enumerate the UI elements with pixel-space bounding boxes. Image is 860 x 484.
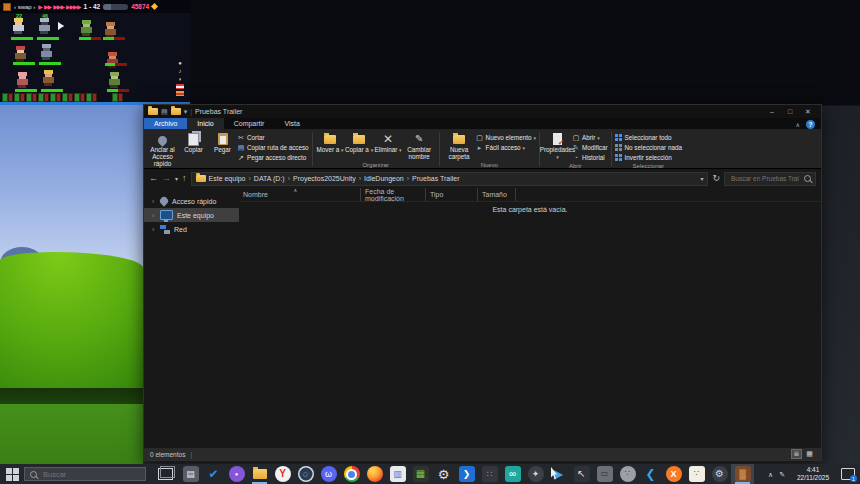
paint-app-button[interactable]: ▥ bbox=[386, 464, 409, 484]
sidebar-item-quick-access[interactable]: ›Acceso rápido bbox=[144, 194, 239, 208]
cut-button[interactable]: ✂Cortar bbox=[237, 133, 309, 142]
unit-slot-7[interactable] bbox=[86, 93, 97, 102]
pin-to-quick-access-button[interactable]: Anclar al Acceso rápido bbox=[146, 130, 179, 168]
plugin-app-button[interactable]: ✦ bbox=[524, 464, 547, 484]
close-button[interactable]: ✕ bbox=[799, 105, 817, 118]
sidebar-item-this-pc[interactable]: ›Este equipo bbox=[144, 208, 239, 222]
game-window-button[interactable]: ▓ bbox=[731, 464, 754, 484]
game-menu-icon[interactable] bbox=[3, 3, 11, 11]
copy-path-button[interactable]: ▤Copiar ruta de acceso bbox=[237, 143, 309, 152]
back-button[interactable]: ← bbox=[149, 174, 158, 183]
forward-button[interactable]: → bbox=[162, 174, 171, 183]
thumbnails-view-icon[interactable]: ▦ bbox=[804, 449, 815, 459]
delete-button[interactable]: ✕ Eliminar ▾ bbox=[374, 130, 403, 154]
maximize-button[interactable]: □ bbox=[781, 105, 799, 118]
move-to-button[interactable]: Mover a ▾ bbox=[316, 130, 345, 154]
new-folder-button[interactable]: Nueva carpeta bbox=[443, 130, 476, 161]
minimize-button[interactable]: – bbox=[763, 105, 781, 118]
tab-vista[interactable]: Vista bbox=[274, 118, 309, 129]
speed-3x-button[interactable]: ▶▶▶ bbox=[53, 3, 64, 10]
breadcrumb-item[interactable]: DATA (D:) bbox=[254, 175, 285, 182]
address-field[interactable]: Este equipo›DATA (D:)›Proyectos2025Unity… bbox=[191, 172, 709, 186]
paste-button[interactable]: Pegar bbox=[208, 130, 237, 154]
dev-app-button[interactable]: ❯ bbox=[455, 464, 478, 484]
speed-4x-button[interactable]: ▶▶▶▶ bbox=[66, 3, 80, 10]
column-header-2[interactable]: Tipo bbox=[426, 188, 478, 201]
column-header-3[interactable]: Tamaño bbox=[478, 188, 516, 201]
sell-tile[interactable] bbox=[118, 93, 123, 102]
tab-compartir[interactable]: Compartir bbox=[224, 118, 275, 129]
copy-to-button[interactable]: Copiar a ▾ bbox=[345, 130, 374, 154]
copy-button[interactable]: Copiar bbox=[179, 130, 208, 154]
unit-slot-0[interactable] bbox=[2, 93, 13, 102]
todo-check-button[interactable]: ✔ bbox=[202, 464, 225, 484]
yandex-browser-button[interactable]: Y bbox=[271, 464, 294, 484]
taskbar-search-box[interactable] bbox=[24, 467, 146, 481]
github-desktop-button[interactable]: ● bbox=[225, 464, 248, 484]
tab-archivo[interactable]: Archivo bbox=[144, 118, 187, 129]
tray-chevron-icon[interactable]: ∧ bbox=[768, 471, 773, 478]
speed-2x-button[interactable]: ▶▶ bbox=[44, 3, 51, 10]
sell-tile[interactable] bbox=[8, 93, 13, 102]
breadcrumb-item[interactable]: Este equipo bbox=[209, 175, 246, 182]
quick-access-dropdown-icon[interactable]: ▾ bbox=[184, 108, 188, 115]
address-dropdown-icon[interactable]: ▾ bbox=[700, 176, 703, 182]
new-item-button[interactable]: ▢Nuevo elemento▾ bbox=[476, 133, 536, 142]
easy-access-button[interactable]: ▸Fácil acceso▾ bbox=[476, 143, 536, 152]
chrome-button[interactable] bbox=[340, 464, 363, 484]
orb-icon[interactable]: ● bbox=[178, 60, 182, 66]
firefox-button[interactable] bbox=[363, 464, 386, 484]
details-view-icon[interactable]: ≣ bbox=[791, 449, 802, 459]
speed-1x-button[interactable]: ▶ bbox=[38, 3, 42, 10]
sidebar-item-network[interactable]: ›Red bbox=[144, 222, 239, 236]
sell-tile[interactable] bbox=[92, 93, 97, 102]
unit-slot-4[interactable] bbox=[50, 93, 61, 102]
history-button[interactable]: ◔Historial bbox=[572, 153, 608, 162]
teal-app-button[interactable]: ∞ bbox=[501, 464, 524, 484]
unit-slot-2[interactable] bbox=[26, 93, 37, 102]
swap-button[interactable]: ‹ swap › bbox=[14, 4, 35, 10]
sell-tile[interactable] bbox=[44, 93, 49, 102]
taskbar-search-input[interactable] bbox=[41, 469, 140, 480]
music-icon[interactable]: ♪ bbox=[179, 68, 182, 74]
refresh-icon[interactable]: ↻ bbox=[712, 174, 720, 183]
sell-tile[interactable] bbox=[56, 93, 61, 102]
sound-icon[interactable]: ◖ bbox=[178, 76, 182, 82]
xampp-button[interactable]: X bbox=[662, 464, 685, 484]
explorer-search-box[interactable] bbox=[724, 172, 816, 186]
notes-app-button[interactable]: ▤ bbox=[179, 464, 202, 484]
quick-access-toolbar-icon[interactable]: ▤ bbox=[161, 108, 168, 115]
unit-slot-1[interactable] bbox=[14, 93, 25, 102]
file-list-pane[interactable]: Nombre∧Fecha de modificaciónTipoTamaño E… bbox=[239, 188, 821, 448]
aseprite-button[interactable]: ∵ bbox=[685, 464, 708, 484]
unit-slot-8[interactable] bbox=[112, 93, 123, 102]
rename-button[interactable]: ✎ Cambiar nombre bbox=[403, 130, 436, 161]
player-app-button[interactable]: ▶ bbox=[547, 464, 570, 484]
sell-tile[interactable] bbox=[20, 93, 25, 102]
recent-locations-icon[interactable]: ▾ bbox=[175, 176, 178, 182]
sell-tile[interactable] bbox=[32, 93, 37, 102]
breadcrumb-item[interactable]: IdleDungeon bbox=[364, 175, 404, 182]
tab-inicio[interactable]: Inicio bbox=[187, 118, 223, 129]
breadcrumb-item[interactable]: Proyectos2025Unity bbox=[293, 175, 356, 182]
gimp-button[interactable]: ∵ bbox=[616, 464, 639, 484]
vscode-button[interactable]: ❮ bbox=[639, 464, 662, 484]
notification-center-icon[interactable]: 1 bbox=[841, 468, 855, 480]
open-button[interactable]: ▢Abrir▾ bbox=[572, 133, 608, 142]
discord-button[interactable]: ω bbox=[317, 464, 340, 484]
unit-slot-6[interactable] bbox=[74, 93, 85, 102]
start-button[interactable] bbox=[0, 464, 24, 484]
unit-slot-3[interactable] bbox=[38, 93, 49, 102]
paste-shortcut-button[interactable]: ↗Pegar acceso directo bbox=[237, 153, 309, 162]
collapse-ribbon-icon[interactable]: ∧ bbox=[796, 121, 800, 128]
pen-tool-icon[interactable]: ✎ bbox=[779, 471, 785, 478]
calculator-app-button[interactable]: ▦ bbox=[409, 464, 432, 484]
invert-selection-button[interactable]: Invertir selección bbox=[615, 153, 682, 162]
gear-app-button[interactable]: ⚙ bbox=[708, 464, 731, 484]
taskbar-clock[interactable]: 4:41 22/11/2025 bbox=[791, 466, 835, 483]
edit-button[interactable]: ✎Modificar bbox=[572, 143, 608, 152]
sell-tile[interactable] bbox=[68, 93, 73, 102]
properties-button[interactable]: Propiedades ▾ bbox=[543, 130, 572, 161]
help-icon[interactable]: ? bbox=[806, 120, 815, 129]
select-all-button[interactable]: Seleccionar todo bbox=[615, 133, 682, 142]
